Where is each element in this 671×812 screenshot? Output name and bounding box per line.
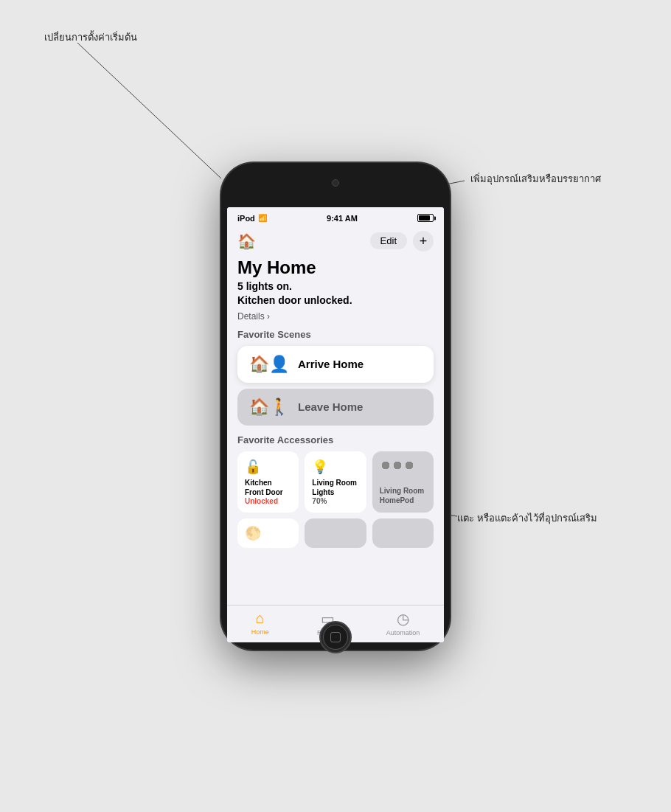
arrive-home-icon: 🏠👤	[249, 356, 289, 372]
kitchen-door-tile[interactable]: 🔓 Kitchen Front Door Unlocked	[237, 451, 299, 513]
living-lights-name: Living Room Lights	[312, 478, 358, 497]
device-screen: iPod 📶 9:41 AM 🏠 Edit +	[227, 207, 444, 642]
status-right	[417, 214, 434, 222]
arrive-home-scene[interactable]: 🏠👤 Arrive Home	[237, 346, 434, 383]
favorite-accessories-title: Favorite Accessories	[237, 434, 434, 445]
partial-tile-3	[372, 518, 434, 548]
living-homepod-tile[interactable]: ⏺⏺⏺ Living Room HomePod	[372, 451, 434, 513]
status-left: iPod 📶	[237, 214, 267, 223]
favorite-scenes-title: Favorite Scenes	[237, 329, 434, 340]
nav-actions: Edit +	[370, 231, 434, 251]
accessories-bottom-row: 🌕	[237, 518, 434, 548]
add-button[interactable]: +	[413, 231, 434, 251]
living-homepod-icon: ⏺⏺⏺	[380, 459, 426, 472]
home-tab-label: Home	[251, 628, 269, 636]
leave-home-scene[interactable]: 🏠🚶 Leave Home	[237, 389, 434, 426]
annotation-top-left: เปลี่ยนการตั้งค่าเริ่มต้น	[44, 30, 137, 45]
nav-bar: 🏠 Edit +	[227, 228, 444, 257]
kitchen-door-name: Kitchen Front Door	[245, 478, 291, 497]
automation-tab-label: Automation	[386, 629, 420, 636]
tab-home[interactable]: ⌂ Home	[251, 610, 269, 636]
home-status-line1: 5 lights on.	[237, 280, 434, 294]
annotation-top-right: เพิ่มอุปกรณ์เสริมหรือบรรยากาศ	[470, 171, 601, 187]
carrier-text: iPod	[237, 214, 255, 223]
status-bar: iPod 📶 9:41 AM	[227, 207, 444, 228]
main-content: My Home 5 lights on. Kitchen door unlock…	[227, 257, 444, 605]
details-link[interactable]: Details ›	[237, 311, 434, 322]
battery-icon	[417, 214, 434, 222]
living-lights-status: 70%	[312, 497, 358, 505]
home-button[interactable]	[319, 621, 352, 653]
arrive-home-label: Arrive Home	[298, 358, 364, 370]
automation-tab-icon: ◷	[397, 610, 409, 628]
edit-button[interactable]: Edit	[370, 232, 407, 249]
wifi-icon: 📶	[258, 214, 267, 222]
leave-home-label: Leave Home	[298, 400, 363, 413]
home-button-inner	[323, 625, 348, 650]
kitchen-door-status: Unlocked	[245, 497, 291, 505]
device-shell: iPod 📶 9:41 AM 🏠 Edit +	[221, 163, 450, 650]
svg-line-0	[77, 43, 221, 178]
partial-tile-1[interactable]: 🌕	[237, 518, 299, 548]
battery-fill	[419, 215, 430, 221]
annotation-bottom-right: แตะ หรือแตะค้างไว้ที่อุปกรณ์เสริม	[457, 510, 597, 526]
living-lights-icon: 💡	[312, 459, 358, 475]
tab-automation[interactable]: ◷ Automation	[386, 610, 420, 636]
home-title: My Home	[237, 257, 434, 278]
accessories-grid: 🔓 Kitchen Front Door Unlocked 💡 Living R…	[237, 451, 434, 513]
home-status-line2: Kitchen door unlocked.	[237, 294, 434, 308]
home-button-square	[330, 632, 341, 642]
front-camera	[332, 179, 339, 187]
screen-content: iPod 📶 9:41 AM 🏠 Edit +	[227, 207, 444, 642]
living-lights-tile[interactable]: 💡 Living Room Lights 70%	[305, 451, 366, 513]
kitchen-door-icon: 🔓	[245, 459, 291, 475]
home-tab-icon: ⌂	[256, 610, 265, 627]
home-nav-icon[interactable]: 🏠	[237, 232, 256, 250]
partial-tile-2	[305, 518, 366, 548]
status-time: 9:41 AM	[327, 214, 358, 223]
living-homepod-name: Living Room HomePod	[380, 486, 426, 505]
leave-home-icon: 🏠🚶	[249, 399, 289, 415]
